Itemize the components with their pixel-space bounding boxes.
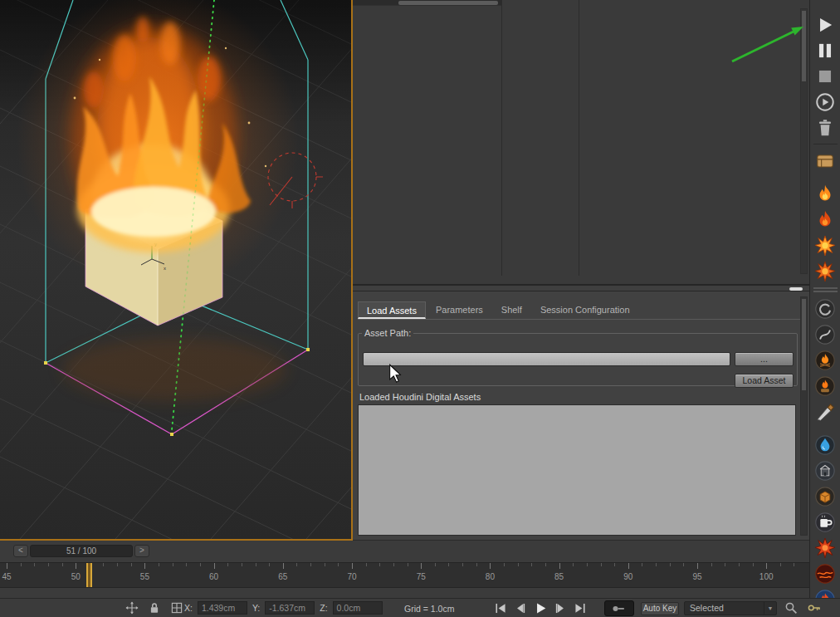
palette-icon[interactable] [814,150,836,172]
ruler-tick [476,563,477,566]
ruler-tick [379,563,380,566]
ruler-tick [325,563,325,566]
scrollbar-handle[interactable] [802,11,806,81]
coordinates-group: X:1.439cmY:-1.637cmZ:0.0cm [184,601,383,615]
ruler-tick [366,563,367,566]
tab-parameters[interactable]: Parameters [427,301,491,319]
coordinate-label: Y: [252,603,260,613]
key-icon[interactable] [807,600,822,615]
spline-icon[interactable] [814,324,836,345]
ruler-label: 45 [2,572,11,581]
auto-key-button[interactable]: Auto Key [641,602,679,615]
statusbar-icon-group [125,600,184,615]
toolbar-divider [813,144,838,144]
toolbar-grip[interactable] [813,287,838,292]
campfire-icon[interactable] [814,350,836,371]
ruler-label: 60 [209,572,218,581]
tab-load-assets[interactable]: Load Assets [358,301,426,319]
curl-icon[interactable] [814,298,836,320]
status-bar: X:1.439cmY:-1.637cmZ:0.0cm Grid = 1.0cm … [0,598,840,617]
timeline-ruler[interactable]: 4550556065707580859095100 [0,562,809,588]
lock-icon[interactable] [147,600,162,615]
building-icon[interactable] [814,460,836,482]
explosion-icon[interactable] [814,235,836,257]
burst-red-icon[interactable] [814,537,836,559]
mug-icon[interactable] [814,512,836,533]
play-icon[interactable] [814,14,836,36]
coordinate-field[interactable]: 1.439cm [198,601,247,615]
ruler-tick [656,563,657,566]
ruler-tick [697,563,698,569]
empty-panel-area [353,0,809,284]
ruler-label: 70 [347,572,356,581]
ruler-tick [48,563,49,566]
step-back-button[interactable] [511,600,530,616]
ruler-tick [504,563,505,566]
ruler-tick [614,563,615,566]
move-icon[interactable] [125,600,139,615]
ruler-label: 85 [554,572,564,581]
ruler-tick [408,563,408,566]
svg-text:x: x [164,266,166,271]
ruler-label: 75 [417,572,426,581]
pause-icon[interactable] [814,40,836,61]
ruler-tick [780,563,781,566]
ruler-tick [283,563,284,569]
loaded-assets-label: Loaded Houdini Digital Assets [359,392,481,402]
panel-scrollbar[interactable] [800,296,808,536]
go-end-button[interactable] [571,600,589,616]
step-forward-button[interactable] [551,600,569,616]
ruler-tick [352,563,353,569]
water-drop-icon[interactable] [814,434,836,456]
panel-grip[interactable] [789,287,803,291]
play-button[interactable] [531,600,549,616]
stop-icon[interactable] [814,66,836,87]
flame-red-icon[interactable] [814,209,836,231]
vertical-scrollbar[interactable] [800,8,808,274]
frame-range-slider[interactable]: 51 / 100 [30,545,133,557]
ruler-tick [462,563,463,566]
ruler-label: 100 [759,572,774,581]
selection-dropdown-value: Selected [690,603,724,613]
coordinate-field[interactable]: -1.637cm [265,601,315,615]
ruler-tick [200,563,201,566]
horizontal-scrollbar[interactable] [353,0,501,6]
crate-icon[interactable] [814,486,836,507]
grill-icon[interactable] [814,375,836,397]
ruler-tick [628,563,629,569]
range-next-button[interactable]: > [134,545,149,557]
load-asset-button[interactable]: Load Asset [735,374,794,388]
ruler-label: 55 [140,572,149,581]
ruler-tick [227,563,228,566]
ruler-tick [490,563,491,569]
magnifier-icon[interactable] [784,600,798,615]
browse-button[interactable]: ... [735,352,794,366]
tab-shelf[interactable]: Shelf [493,301,530,319]
trash-icon[interactable] [814,117,836,139]
go-start-button[interactable] [491,600,510,616]
transport-controls [491,600,589,616]
range-prev-button[interactable]: < [13,545,28,557]
asset-path-input[interactable] [363,352,730,366]
play-circle-icon[interactable] [814,91,836,113]
ruler-tick [753,563,754,566]
ruler-tick [7,563,7,569]
ruler-tick [670,563,671,566]
scrollbar-handle[interactable] [398,1,498,5]
coordinate-field[interactable]: 0.0cm [333,601,383,615]
magma-icon[interactable] [814,563,836,585]
current-frame-marker[interactable] [86,563,92,587]
grid-snap-icon[interactable] [169,600,184,615]
loaded-assets-list[interactable] [358,404,796,536]
ruler-tick [573,563,574,566]
viewport-3d[interactable]: y x [0,0,353,541]
ruler-tick [269,563,270,566]
flame-icon[interactable] [814,184,836,205]
explosion-2-icon[interactable] [814,261,836,282]
knife-icon[interactable] [814,401,836,423]
keyframe-button[interactable] [604,600,634,616]
ruler-tick [683,563,684,566]
scrollbar-handle[interactable] [802,299,806,390]
tab-session-configuration[interactable]: Session Configuration [532,301,638,319]
selection-dropdown[interactable]: Selected ▼ [684,601,777,615]
